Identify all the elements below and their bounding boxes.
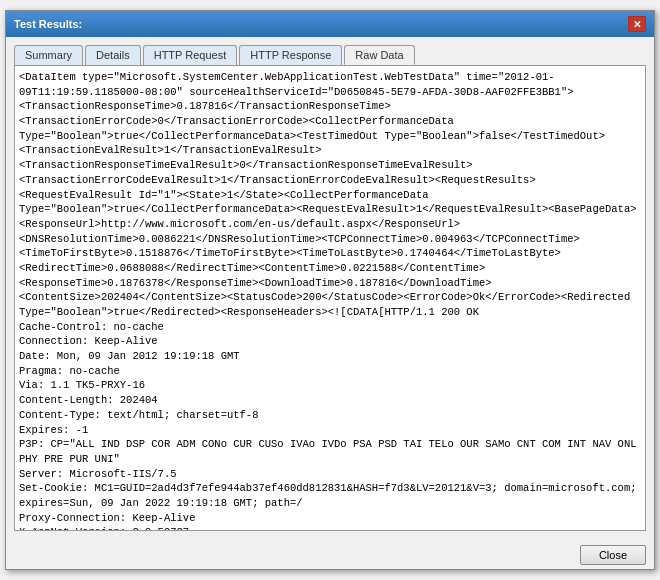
window-title: Test Results:	[14, 18, 82, 30]
close-button[interactable]: Close	[580, 545, 646, 565]
tab-details[interactable]: Details	[85, 45, 141, 65]
window-close-button[interactable]: ✕	[628, 16, 646, 32]
bottom-bar: Close	[6, 539, 654, 569]
tab-raw-data[interactable]: Raw Data	[344, 45, 414, 65]
tab-summary[interactable]: Summary	[14, 45, 83, 65]
tab-content-area: <DataItem type="Microsoft.SystemCenter.W…	[14, 65, 646, 531]
tab-bar: Summary Details HTTP Request HTTP Respon…	[14, 45, 646, 65]
title-bar: Test Results: ✕	[6, 11, 654, 37]
test-results-window: Test Results: ✕ Summary Details HTTP Req…	[5, 10, 655, 570]
tab-http-response[interactable]: HTTP Response	[239, 45, 342, 65]
tab-http-request[interactable]: HTTP Request	[143, 45, 238, 65]
window-content: Summary Details HTTP Request HTTP Respon…	[6, 37, 654, 539]
raw-data-content[interactable]: <DataItem type="Microsoft.SystemCenter.W…	[15, 66, 645, 530]
